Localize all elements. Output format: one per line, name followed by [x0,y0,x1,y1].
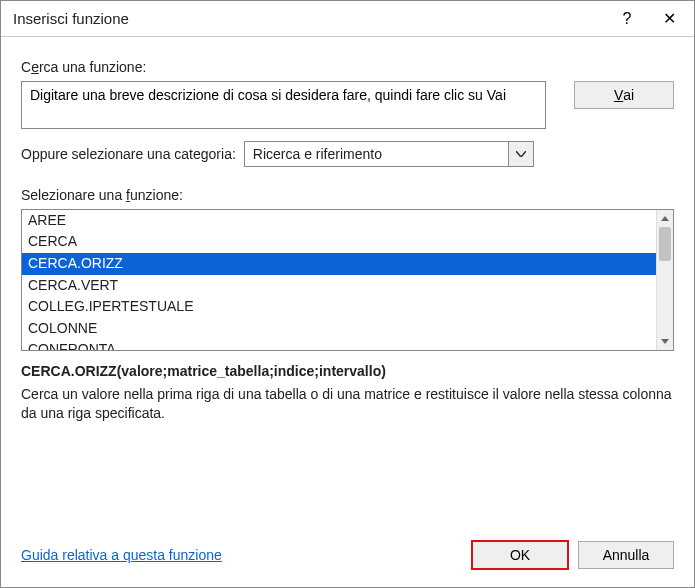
list-item[interactable]: CERCA.VERT [22,275,656,297]
chevron-down-icon[interactable] [508,141,534,167]
search-label: Cerca una funzione: [21,59,674,75]
titlebar: Inserisci funzione ? ✕ [1,1,694,37]
category-select[interactable]: Ricerca e riferimento [244,141,534,167]
list-item[interactable]: COLLEG.IPERTESTUALE [22,296,656,318]
list-item[interactable]: CONFRONTA [22,339,656,349]
scroll-track[interactable] [657,227,673,333]
help-link[interactable]: Guida relativa a questa funzione [21,547,462,563]
dialog-content: Cerca una funzione: Vai Oppure seleziona… [1,37,694,527]
function-signature: CERCA.ORIZZ(valore;matrice_tabella;indic… [21,363,674,379]
scroll-thumb[interactable] [659,227,671,261]
list-item[interactable]: CERCA.ORIZZ [22,253,656,275]
list-item[interactable]: COLONNE [22,318,656,340]
function-list-label: Selezionare una funzione: [21,187,674,203]
cancel-button[interactable]: Annulla [578,541,674,569]
category-label: Oppure selezionare una categoria: [21,146,236,162]
close-icon[interactable]: ✕ [648,1,690,37]
ok-button[interactable]: OK [472,541,568,569]
scroll-down-icon[interactable] [657,333,673,350]
dialog-footer: Guida relativa a questa funzione OK Annu… [1,527,694,587]
function-listbox[interactable]: AREECERCACERCA.ORIZZCERCA.VERTCOLLEG.IPE… [21,209,674,351]
list-item[interactable]: AREE [22,210,656,232]
function-description: Cerca un valore nella prima riga di una … [21,385,674,423]
search-input[interactable] [21,81,546,129]
go-button[interactable]: Vai [574,81,674,109]
help-icon[interactable]: ? [606,1,648,37]
scrollbar[interactable] [656,210,673,350]
scroll-up-icon[interactable] [657,210,673,227]
window-title: Inserisci funzione [13,10,606,27]
category-value: Ricerca e riferimento [244,141,508,167]
list-item[interactable]: CERCA [22,231,656,253]
